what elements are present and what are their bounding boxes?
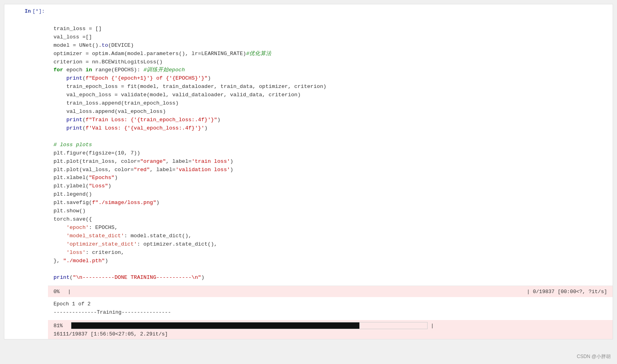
- code-line: [53, 265, 607, 274]
- code-line: plt.plot(val_loss, color="red", label='v…: [53, 166, 607, 174]
- prompt-num: [*]:: [32, 8, 45, 14]
- code-line: plt.ylabel("Loss"): [53, 182, 607, 191]
- code-line: 'model_state_dict': model.state_dict(),: [53, 232, 607, 240]
- code-line: print(f'Val Loss: {'{val_epoch_loss:.4f}…: [53, 124, 607, 133]
- code-line: val_epoch_loss = validate(model, valid_d…: [53, 91, 607, 99]
- code-line: 'loss': criterion,: [53, 249, 607, 257]
- training-line: --------------Training----------------: [53, 309, 607, 317]
- code-line: [53, 133, 607, 141]
- progress-stats-81: 16111/19837 [1:56:50<27:05, 2.29it/s]: [53, 331, 168, 337]
- notebook-cell: In [*]: train_loss = []val_loss =[]model…: [4, 4, 613, 339]
- code-line: 'optimizer_state_dict': optimizer.state_…: [53, 240, 607, 249]
- code-line: plt.savefig(f"./simage/loss.png"): [53, 199, 607, 207]
- cell-output: 0% | | 0/19837 [00:00<?, ?it/s] Epoch 1 …: [48, 286, 613, 339]
- code-line: train_epoch_loss = fit(model, train_data…: [53, 83, 607, 91]
- code-line: val_loss.append(val_epoch_loss): [53, 108, 607, 116]
- code-line: train_loss.append(train_epoch_loss): [53, 99, 607, 108]
- progress-bar-track-81: [71, 322, 428, 329]
- progress-bar-81-separator: |: [431, 323, 434, 329]
- code-line: val_loss =[]: [53, 33, 607, 42]
- code-line: for epoch in range(EPOCHS): #训练开始epoch: [53, 66, 607, 74]
- code-line: model = UNet().to(DEVICE): [53, 42, 607, 50]
- progress-bar-fill-81: [71, 322, 359, 329]
- code-line: print("\n----------DONE TRAINING--------…: [53, 274, 607, 282]
- code-line: criterion = nn.BCEWithLogitsLoss(): [53, 58, 607, 67]
- output-progress-0pct: 0% | | 0/19837 [00:00<?, ?it/s]: [48, 286, 613, 297]
- epoch-line: Epoch 1 of 2: [53, 300, 607, 309]
- code-line: torch.save({: [53, 215, 607, 224]
- output-text: Epoch 1 of 2 --------------Training-----…: [48, 297, 613, 320]
- code-line: plt.legend(): [53, 191, 607, 199]
- progress-stats-0: | 0/19837 [00:00<?, ?it/s]: [527, 289, 607, 295]
- output-progress-81pct: 81% |: [48, 320, 613, 331]
- cell-code[interactable]: train_loss = []val_loss =[]model = UNet(…: [48, 4, 613, 286]
- code-line: plt.show(): [53, 207, 607, 215]
- code-line: }, "./model.pth"): [53, 257, 607, 265]
- code-line: # loss plots: [53, 141, 607, 149]
- code-line: print(f"Train Loss: {'{train_epoch_loss:…: [53, 116, 607, 124]
- code-line: train_loss = []: [53, 25, 607, 33]
- code-line: print(f"Epoch {'{epoch+1}'} of {'{EPOCHS…: [53, 74, 607, 83]
- code-line: plt.xlabel("Epochs"): [53, 174, 607, 182]
- progress-pct-81: 81%: [53, 323, 68, 329]
- progress-pct-0: 0%: [53, 289, 68, 295]
- code-line: 'epoch': EPOCHS,: [53, 224, 607, 232]
- progress-bar-0-separator: |: [68, 289, 71, 295]
- output-progress-81pct-stats: 16111/19837 [1:56:50<27:05, 2.29it/s]: [48, 331, 613, 339]
- in-label: In: [25, 8, 31, 14]
- code-line: optimizer = optim.Adam(model.parameters(…: [53, 50, 607, 58]
- cell-prompt: In [*]:: [4, 4, 48, 286]
- cell-main: In [*]: train_loss = []val_loss =[]model…: [4, 4, 613, 286]
- code-line: plt.figure(figsize=(10, 7)): [53, 149, 607, 158]
- watermark: CSDN @小胖胡: [577, 353, 611, 360]
- code-line: plt.plot(train_loss, color="orange", lab…: [53, 158, 607, 166]
